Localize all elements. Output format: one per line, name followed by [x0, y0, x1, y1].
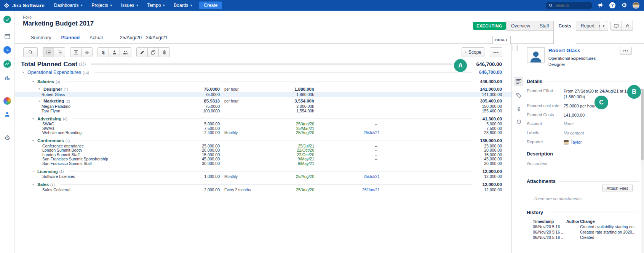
- settings-gear-icon[interactable]: ⚙: [621, 2, 628, 9]
- attachments-paperclip-icon[interactable]: [514, 105, 523, 114]
- date-range[interactable]: 25/Aug/20 - 24/Aug/21: [120, 35, 168, 40]
- caret-down-icon[interactable]: ▾: [32, 117, 37, 120]
- menu-tempo[interactable]: Tempo▼: [143, 0, 169, 11]
- edit-pencil-button[interactable]: [136, 47, 148, 57]
- team-button[interactable]: [120, 47, 131, 57]
- cost-row[interactable]: San Francisco Summit Staff30,000.009/May…: [15, 161, 511, 166]
- history-header-row: TimestampAuthorChange: [533, 219, 641, 224]
- cost-row[interactable]: ▾Salaries(3)446,400.00: [15, 78, 511, 85]
- row-label: SWAG: [42, 122, 54, 126]
- search-input[interactable]: [555, 3, 586, 8]
- tab-staff[interactable]: Staff: [535, 21, 554, 31]
- tab-overview[interactable]: Overview: [506, 21, 535, 31]
- person-name-link[interactable]: Robert Glass: [548, 48, 580, 53]
- caret-down-icon[interactable]: ▾: [38, 99, 43, 103]
- portfolio-color-wheel-icon[interactable]: [3, 97, 11, 105]
- person-role: Designer: [548, 62, 565, 67]
- create-button[interactable]: Create: [199, 2, 222, 9]
- cost-row[interactable]: Megan Paladino75.00002,000.00h150,000.00: [15, 104, 511, 109]
- cost-row[interactable]: ▾Advertising(3)41,300.00: [15, 116, 511, 122]
- expand-all-button[interactable]: [70, 47, 81, 57]
- collapse-header-button[interactable]: [622, 21, 633, 31]
- cost-row[interactable]: Website and Branding2,400.00Monthly25/Au…: [15, 131, 511, 135]
- tab-planned[interactable]: Planned: [61, 35, 80, 40]
- cost-row[interactable]: Total Planned Cost(13)646,700.00: [15, 59, 511, 69]
- labels-tag-icon[interactable]: [514, 91, 523, 100]
- tab-report[interactable]: Report: [576, 21, 599, 31]
- presentation-mode-button[interactable]: [610, 21, 622, 31]
- help-icon[interactable]: ?: [609, 2, 616, 9]
- breadcrumb: Folio: [23, 15, 32, 19]
- cost-row[interactable]: ▾Licensing(1)12,000.00: [15, 168, 511, 175]
- more-actions-button[interactable]: •••: [490, 47, 502, 57]
- delete-trash-button[interactable]: [158, 47, 170, 57]
- cost-row[interactable]: SWAG5,000.0025/Aug/20--5,000.00: [15, 122, 511, 126]
- caret-down-icon[interactable]: ▾: [32, 183, 37, 186]
- attach-files-button[interactable]: Attach Files: [602, 184, 633, 192]
- double-chevron-icon[interactable]: »: [3, 46, 11, 54]
- search-icon: [549, 3, 553, 8]
- cost-row[interactable]: Conference attendance25,000.0025/Jul/21-…: [15, 144, 511, 148]
- cost-row[interactable]: ▾Operational Expenditures(13)646,700.00: [15, 69, 511, 76]
- app-check-logo-icon[interactable]: [3, 15, 11, 24]
- cost-row[interactable]: Robert Glass75.00001,880.00h141,000.00: [15, 92, 511, 97]
- cost-row[interactable]: ▾Sales(1)12,000.00: [15, 181, 511, 187]
- caret-down-icon[interactable]: ▾: [32, 80, 37, 83]
- row-rule: [60, 184, 472, 185]
- bar-chart-icon[interactable]: [3, 73, 11, 82]
- tempo-chart-icon[interactable]: [3, 60, 11, 68]
- people-directory-icon[interactable]: [3, 110, 11, 118]
- top-navigation: Jira Software Dashboards▼ Projects▼ Issu…: [0, 0, 644, 11]
- global-search[interactable]: [546, 2, 592, 9]
- caret-down-icon[interactable]: ▾: [22, 71, 27, 74]
- history-clock-icon[interactable]: [514, 117, 523, 126]
- cost-row[interactable]: ▾Conferences(5)135,000.00: [15, 138, 511, 144]
- copy-button[interactable]: [147, 47, 159, 57]
- cost-row[interactable]: Sales Collateral2,000.00Every 2 months25…: [15, 187, 511, 192]
- panel-more-button[interactable]: •••: [620, 47, 632, 55]
- row-label: San Francisco Summit Sponshorship: [42, 157, 108, 161]
- menu-projects[interactable]: Projects▼: [87, 0, 117, 11]
- admin-gear-icon[interactable]: ⚙: [3, 134, 11, 142]
- cost-row[interactable]: London Summit Staff15,000.0022/Oct/20--1…: [15, 152, 511, 157]
- tab-summary[interactable]: Summary: [31, 35, 51, 40]
- grouped-view-button[interactable]: [54, 47, 65, 57]
- rate-unit: per hour: [224, 99, 238, 103]
- history-row: 06/Nov/20 5:16 ...Created availability s…: [533, 224, 641, 229]
- cost-row[interactable]: Tara Flynn100.00001,554.00h155,400.00: [15, 109, 511, 113]
- user-avatar[interactable]: [633, 2, 639, 9]
- field-value[interactable]: Taylor: [564, 139, 582, 145]
- cost-row[interactable]: London Summit Booth20,000.0022/Oct/20--2…: [15, 148, 511, 153]
- tab-actual[interactable]: Actual: [89, 35, 103, 40]
- details-section-icon[interactable]: [514, 77, 523, 86]
- caret-down-icon[interactable]: ▾: [38, 87, 43, 91]
- search-filter-button[interactable]: [23, 47, 38, 57]
- total-value: 28,800.00: [484, 130, 502, 135]
- person-button[interactable]: [109, 47, 120, 57]
- cost-row[interactable]: ▾Marketing(2)85.9313per hour3,554.00h305…: [15, 98, 511, 104]
- jira-logo[interactable]: Jira Software: [0, 3, 50, 8]
- currency-button[interactable]: $: [97, 47, 109, 57]
- menu-issues[interactable]: Issues▼: [117, 0, 143, 11]
- cost-row[interactable]: Software Licenses1,000.00Monthly25/Aug/2…: [15, 175, 511, 179]
- total-value: 155,400.00: [482, 109, 502, 113]
- cost-row[interactable]: SWAG7,500.0025/Mar/21--7,500.00: [15, 126, 511, 131]
- caret-down-icon[interactable]: ▾: [32, 139, 37, 143]
- caret-down-icon[interactable]: ▾: [32, 170, 37, 173]
- menu-dashboards[interactable]: Dashboards▼: [50, 0, 88, 11]
- announcements-icon[interactable]: [597, 2, 604, 9]
- menu-boards[interactable]: Boards▼: [169, 0, 197, 11]
- panel-scrollbar-thumb[interactable]: [641, 89, 644, 160]
- row-label: Total Planned Cost: [21, 61, 77, 68]
- cost-row[interactable]: ▾Designer(1)75.0000per hour1,880.00h141,…: [15, 86, 511, 92]
- rate-value: 75.0000: [205, 104, 220, 109]
- collapse-all-button[interactable]: [81, 47, 93, 57]
- chevron-down-icon: ▼: [602, 24, 605, 28]
- cost-row[interactable]: San Francisco Summit Sponshorship45,000.…: [15, 157, 511, 162]
- calendar-icon[interactable]: [3, 32, 11, 40]
- start-date: 25/Aug/20: [296, 122, 314, 126]
- scope-button[interactable]: Scope: [462, 47, 484, 57]
- tab-costs[interactable]: Costs: [553, 21, 576, 44]
- panel-resize-handle[interactable]: [513, 45, 518, 51]
- list-view-button[interactable]: [43, 47, 54, 57]
